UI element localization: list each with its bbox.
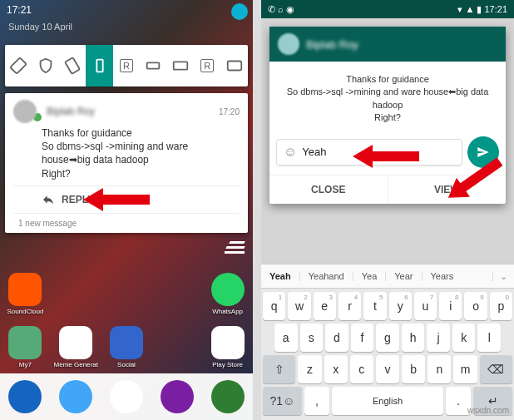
- key-r[interactable]: r4: [339, 292, 361, 320]
- suggestion-bar: Yeah Yeahand Yea Year Years ⌄: [261, 264, 514, 289]
- rotation-icon[interactable]: [5, 57, 32, 75]
- suggestion[interactable]: Yeahand: [299, 271, 353, 281]
- key-k[interactable]: k: [452, 324, 476, 352]
- key-l[interactable]: l: [477, 324, 501, 352]
- app-my7[interactable]: My7: [0, 326, 51, 368]
- landscape-r-icon[interactable]: R: [194, 59, 220, 72]
- key-j[interactable]: j: [427, 324, 450, 352]
- keyboard-area: Yeah Yeahand Yea Year Years ⌄ q1w2e3r4t5…: [261, 264, 514, 420]
- status-left-icons: ✆ ⌕ ◉: [268, 4, 294, 15]
- svg-rect-4: [174, 62, 188, 69]
- dock-phone-icon[interactable]: [8, 380, 42, 413]
- svg-rect-0: [10, 57, 26, 73]
- suggestion[interactable]: Yeah: [261, 271, 299, 281]
- notification-timestamp: 17:20: [219, 107, 240, 116]
- wifi-icon: ▾: [457, 4, 462, 14]
- landscape-icon[interactable]: [140, 57, 166, 75]
- watermark: wsxdn.com: [467, 406, 509, 415]
- app-social[interactable]: Social: [101, 326, 152, 368]
- popup-message-body: Thanks for guidance So dbms->sql ->minin…: [269, 62, 506, 133]
- rotation-unlock-icon[interactable]: [59, 57, 86, 75]
- whatsapp-status-icon: ✆: [268, 4, 275, 14]
- sender-avatar-icon: [278, 33, 299, 55]
- key-s[interactable]: s: [300, 324, 324, 352]
- status-time: 17:21: [7, 4, 32, 16]
- key-b[interactable]: b: [402, 355, 425, 383]
- app-whatsapp[interactable]: WhatsApp: [202, 273, 253, 315]
- battery-icon: ▮: [477, 4, 482, 14]
- dock-browser-icon[interactable]: [211, 380, 245, 413]
- home-app-row-1: SoundCloud WhatsApp: [0, 273, 253, 315]
- key-p[interactable]: p0: [490, 292, 512, 320]
- svg-marker-6: [83, 188, 150, 211]
- status-bar: ✆ ⌕ ◉ ▾ ▲ ▮ 17:21: [261, 0, 514, 18]
- key-w[interactable]: w2: [288, 292, 310, 320]
- svg-rect-5: [227, 62, 241, 71]
- svg-rect-3: [147, 62, 160, 68]
- svg-rect-1: [65, 57, 80, 74]
- dock-contacts-icon[interactable]: [59, 380, 92, 413]
- svg-marker-7: [353, 145, 419, 168]
- emoji-icon[interactable]: ☺: [284, 145, 297, 160]
- sender-name: Biplab Roy: [47, 106, 95, 117]
- key-space[interactable]: English: [332, 387, 443, 415]
- close-button[interactable]: CLOSE: [269, 175, 388, 204]
- app-play-store[interactable]: Play Store: [202, 326, 253, 368]
- chevron-down-icon[interactable]: ⌄: [492, 271, 514, 282]
- record-status-icon: ◉: [286, 4, 294, 14]
- key-x[interactable]: x: [324, 355, 348, 383]
- svg-rect-2: [96, 60, 102, 72]
- key-q[interactable]: q1: [263, 292, 285, 320]
- tablet-icon[interactable]: [221, 57, 248, 75]
- reply-icon: [42, 193, 55, 206]
- dock-drawer-icon[interactable]: [110, 380, 143, 413]
- phone-left-notification-shade: 17:21 ▾ ▮ Sunday 10 April R R Biplab Roy…: [0, 0, 253, 420]
- key-m[interactable]: m: [453, 355, 477, 383]
- home-app-row-2: My7 Meme Generat Social Play Store: [0, 326, 253, 368]
- key-t[interactable]: t5: [363, 292, 386, 320]
- key-z[interactable]: z: [298, 355, 321, 383]
- status-time: 17:21: [484, 4, 507, 14]
- dock-messages-icon[interactable]: [161, 380, 194, 413]
- key-comma[interactable]: ,: [304, 387, 329, 415]
- sender-name: Biplab Roy: [306, 38, 358, 51]
- key-f[interactable]: f: [351, 324, 374, 352]
- menu-icon[interactable]: [225, 241, 245, 254]
- suggestion[interactable]: Yea: [353, 271, 386, 281]
- annotation-arrow-reply: [83, 183, 150, 216]
- user-avatar-icon[interactable]: [231, 3, 248, 20]
- key-y[interactable]: y6: [389, 292, 412, 320]
- key-shift[interactable]: ⇧: [263, 355, 295, 383]
- key-e[interactable]: e3: [314, 292, 336, 320]
- popup-header: Biplab Roy: [269, 27, 506, 62]
- notification-body: Thanks for guidance So dbms->sql ->minin…: [42, 126, 240, 180]
- app-soundcloud[interactable]: SoundCloud: [0, 273, 51, 315]
- status-date: Sunday 10 April: [8, 22, 72, 32]
- suggestion[interactable]: Years: [422, 271, 462, 281]
- landscape-alt-icon[interactable]: [167, 57, 194, 75]
- keyboard: q1w2e3r4t5y6u7i8o9p0 asdfghjkl ⇧ zxcvbnm…: [261, 289, 514, 420]
- key-backspace[interactable]: ⌫: [480, 355, 512, 383]
- key-h[interactable]: h: [402, 324, 425, 352]
- shield-icon[interactable]: [32, 57, 58, 75]
- suggestion[interactable]: Year: [385, 271, 421, 281]
- portrait-lock-icon[interactable]: [86, 45, 112, 86]
- search-status-icon: ⌕: [278, 4, 284, 14]
- key-i[interactable]: i8: [439, 292, 462, 320]
- portrait-r-icon[interactable]: R: [113, 59, 140, 72]
- app-meme-generator[interactable]: Meme Generat: [51, 326, 101, 368]
- key-u[interactable]: u7: [414, 292, 437, 320]
- key-g[interactable]: g: [376, 324, 399, 352]
- key-n[interactable]: n: [428, 355, 451, 383]
- key-o[interactable]: o9: [464, 292, 487, 320]
- key-d[interactable]: d: [325, 324, 348, 352]
- dock: [0, 373, 253, 420]
- quick-settings-row: R R: [5, 45, 248, 86]
- key-symbols[interactable]: ?1☺: [263, 387, 302, 415]
- key-a[interactable]: a: [274, 324, 298, 352]
- status-bar: 17:21 ▾ ▮: [0, 0, 253, 20]
- sender-avatar-icon: [13, 100, 37, 123]
- phone-right-quick-reply: ✆ ⌕ ◉ ▾ ▲ ▮ 17:21 Biplab Roy Thanks for …: [261, 0, 514, 420]
- key-c[interactable]: c: [350, 355, 373, 383]
- key-v[interactable]: v: [376, 355, 399, 383]
